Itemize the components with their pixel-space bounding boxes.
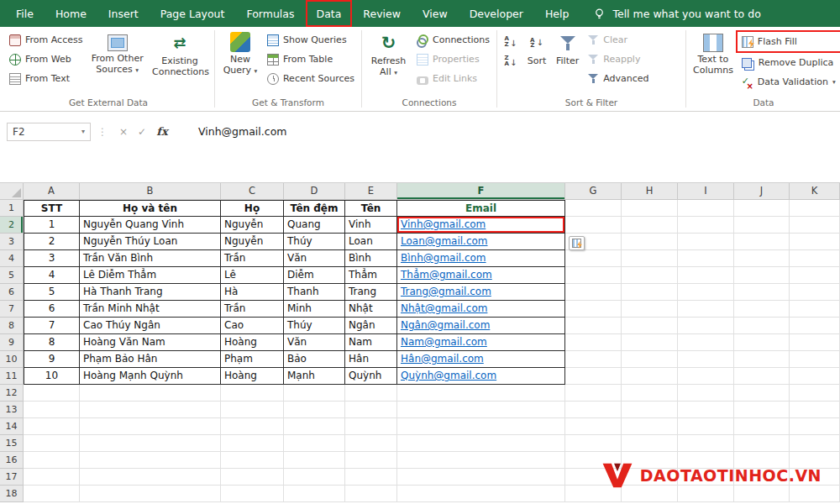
cell-E15[interactable] — [345, 435, 397, 452]
row-header-15[interactable]: 15 — [0, 435, 24, 452]
cell-B4[interactable]: Trần Văn Bình — [80, 250, 221, 267]
row-header-13[interactable]: 13 — [0, 402, 24, 418]
cell-B8[interactable]: Cao Thúy Ngân — [80, 318, 221, 334]
cell-B16[interactable] — [80, 452, 221, 469]
cell-D5[interactable]: Diễm — [284, 267, 345, 284]
cell-H3[interactable] — [622, 234, 678, 250]
cell-J14[interactable] — [734, 418, 790, 435]
cell-K7[interactable] — [790, 301, 840, 318]
cell-D9[interactable]: Văn — [284, 334, 345, 351]
cell-J9[interactable] — [734, 334, 790, 351]
row-header-17[interactable]: 17 — [0, 469, 24, 486]
formula-bar-handle[interactable]: ⋮ — [97, 126, 108, 138]
row-header-2[interactable]: 2 — [0, 217, 24, 234]
cell-H1[interactable] — [622, 200, 678, 217]
cell-G12[interactable] — [565, 385, 622, 402]
row-header-5[interactable]: 5 — [0, 267, 24, 284]
cell-G10[interactable] — [565, 351, 622, 368]
cell-B10[interactable]: Phạm Bảo Hân — [80, 351, 221, 368]
cell-I2[interactable] — [678, 217, 734, 234]
row-header-8[interactable]: 8 — [0, 318, 24, 334]
cell-J15[interactable] — [734, 435, 790, 452]
cell-C4[interactable]: Trần — [221, 250, 284, 267]
advanced-filter-button[interactable]: Advanced — [583, 69, 653, 88]
select-all-corner[interactable] — [0, 183, 24, 200]
cell-H10[interactable] — [622, 351, 678, 368]
cell-C2[interactable]: Nguyễn — [221, 217, 284, 234]
cell-G7[interactable] — [565, 301, 622, 318]
cell-E9[interactable]: Nam — [345, 334, 397, 351]
cell-K12[interactable] — [790, 385, 840, 402]
cell-E16[interactable] — [345, 452, 397, 469]
cell-H2[interactable] — [622, 217, 678, 234]
column-header-C[interactable]: C — [221, 183, 284, 200]
cell-J10[interactable] — [734, 351, 790, 368]
cell-K8[interactable] — [790, 318, 840, 334]
cell-I12[interactable] — [678, 385, 734, 402]
cell-J3[interactable] — [734, 234, 790, 250]
cell-J6[interactable] — [734, 284, 790, 301]
cell-B7[interactable]: Trần Minh Nhật — [80, 301, 221, 318]
cell-F12[interactable] — [397, 385, 565, 402]
cell-G9[interactable] — [565, 334, 622, 351]
column-header-H[interactable]: H — [622, 183, 678, 200]
cell-I1[interactable] — [678, 200, 734, 217]
cell-A3[interactable]: 2 — [24, 234, 80, 250]
name-box-caret-icon[interactable]: ▾ — [81, 128, 85, 135]
cell-A8[interactable]: 7 — [24, 318, 80, 334]
cell-G2[interactable] — [565, 217, 622, 234]
cell-E14[interactable] — [345, 418, 397, 435]
cell-F16[interactable] — [397, 452, 565, 469]
cell-A15[interactable] — [24, 435, 80, 452]
cell-C5[interactable]: Lê — [221, 267, 284, 284]
cell-A18[interactable] — [24, 486, 80, 502]
cell-F2[interactable]: Vinh@gmail.com — [397, 217, 565, 234]
cell-I3[interactable] — [678, 234, 734, 250]
cell-A11[interactable]: 10 — [24, 368, 80, 385]
cell-C7[interactable]: Trần — [221, 301, 284, 318]
cell-H14[interactable] — [622, 418, 678, 435]
menu-tab-review[interactable]: Review — [352, 0, 412, 27]
cell-B15[interactable] — [80, 435, 221, 452]
cell-B9[interactable]: Hoàng Văn Nam — [80, 334, 221, 351]
cell-G4[interactable] — [565, 250, 622, 267]
cell-D11[interactable]: Mạnh — [284, 368, 345, 385]
cell-I9[interactable] — [678, 334, 734, 351]
cell-K11[interactable] — [790, 368, 840, 385]
cell-K13[interactable] — [790, 402, 840, 418]
cell-E10[interactable]: Hân — [345, 351, 397, 368]
cell-A6[interactable]: 5 — [24, 284, 80, 301]
cell-B3[interactable]: Nguyễn Thúy Loan — [80, 234, 221, 250]
cell-F9[interactable]: Nam@gmail.com — [397, 334, 565, 351]
cell-B6[interactable]: Hà Thanh Trang — [80, 284, 221, 301]
cell-F8[interactable]: Ngân@gmail.com — [397, 318, 565, 334]
refresh-all-button[interactable]: Refresh All ▾ — [365, 29, 412, 97]
flash-fill-options-button[interactable] — [569, 236, 585, 250]
cell-H13[interactable] — [622, 402, 678, 418]
cell-A5[interactable]: 4 — [24, 267, 80, 284]
cell-I5[interactable] — [678, 267, 734, 284]
cell-C17[interactable] — [221, 469, 284, 486]
menu-tab-data[interactable]: Data — [306, 0, 353, 27]
cell-G11[interactable] — [565, 368, 622, 385]
cancel-icon[interactable]: × — [114, 126, 133, 138]
cell-K5[interactable] — [790, 267, 840, 284]
cell-F6[interactable]: Trang@gmail.com — [397, 284, 565, 301]
cell-C10[interactable]: Phạm — [221, 351, 284, 368]
cell-J1[interactable] — [734, 200, 790, 217]
cell-B14[interactable] — [80, 418, 221, 435]
menu-tab-view[interactable]: View — [412, 0, 459, 27]
cell-E1[interactable]: Tên — [345, 200, 397, 217]
cell-E3[interactable]: Loan — [345, 234, 397, 250]
cell-F17[interactable] — [397, 469, 565, 486]
cell-H7[interactable] — [622, 301, 678, 318]
cell-F10[interactable]: Hân@gmail.com — [397, 351, 565, 368]
cell-K2[interactable] — [790, 217, 840, 234]
cell-E13[interactable] — [345, 402, 397, 418]
cell-C13[interactable] — [221, 402, 284, 418]
cell-G15[interactable] — [565, 435, 622, 452]
cell-E4[interactable]: Bình — [345, 250, 397, 267]
cell-A16[interactable] — [24, 452, 80, 469]
cell-A4[interactable]: 3 — [24, 250, 80, 267]
column-header-J[interactable]: J — [734, 183, 790, 200]
